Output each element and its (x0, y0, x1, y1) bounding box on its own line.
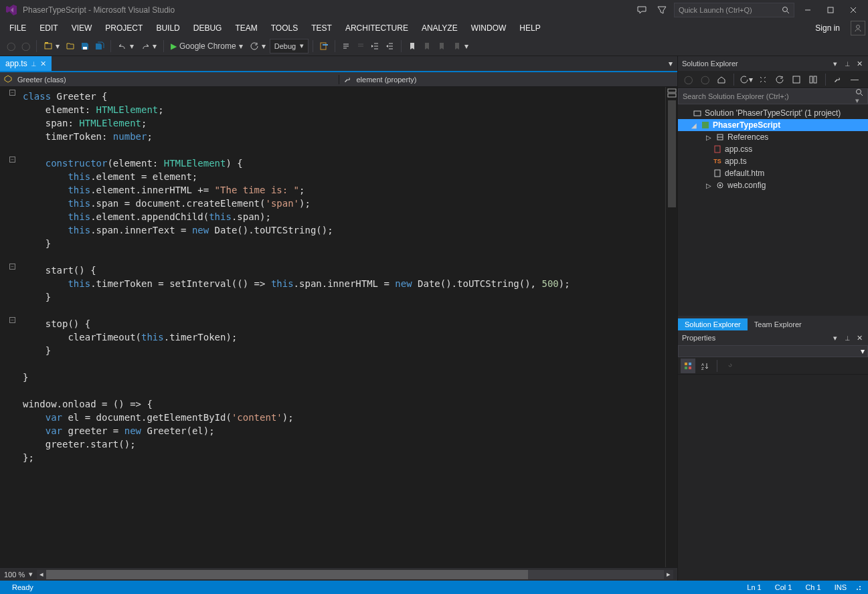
panel-menu-icon[interactable]: ▾ (831, 59, 840, 68)
tree-item-label: References (727, 132, 768, 142)
editor-tabstrip: app.ts ⟂ ✕ ▾ (0, 56, 677, 72)
undo-button[interactable]: ▾ (115, 39, 137, 54)
menu-debug[interactable]: DEBUG (187, 20, 229, 36)
fold-marker[interactable]: − (9, 264, 15, 270)
scroll-left-icon[interactable]: ◂ (37, 570, 46, 579)
tree-file-defaulthtm[interactable]: default.htm (678, 167, 868, 179)
expand-icon[interactable]: ▷ (705, 134, 713, 141)
alphabetical-button[interactable]: AZ (697, 359, 712, 373)
tree-references-node[interactable]: ▷ References (678, 131, 868, 143)
close-tab-icon[interactable]: ✕ (40, 60, 46, 68)
redo-button[interactable]: ▾ (138, 39, 159, 54)
open-file-button[interactable] (64, 39, 77, 54)
clear-bookmarks-button[interactable]: ▾ (450, 39, 471, 54)
feedback-icon[interactable] (634, 2, 650, 18)
fold-marker[interactable]: − (9, 157, 15, 163)
menu-project[interactable]: PROJECT (98, 20, 149, 36)
se-forward-button[interactable]: ◯ (697, 72, 712, 87)
menu-help[interactable]: HELP (513, 20, 547, 36)
maximize-button[interactable] (821, 3, 840, 17)
tab-solution-explorer[interactable]: Solution Explorer (678, 318, 748, 330)
close-button[interactable] (844, 3, 863, 17)
menu-test[interactable]: TEST (305, 20, 339, 36)
solution-search-input[interactable]: Search Solution Explorer (Ctrl+;) ▾ (678, 88, 868, 104)
menu-architecture[interactable]: ARCHITECTURE (339, 20, 415, 36)
menu-edit[interactable]: EDIT (33, 20, 64, 36)
save-all-button[interactable] (93, 39, 106, 54)
pin-icon[interactable]: ⟂ (31, 60, 36, 68)
pin-panel-icon[interactable]: ⟂ (843, 333, 852, 342)
new-project-button[interactable]: ▾ (41, 39, 62, 54)
quick-launch-input[interactable]: Quick Launch (Ctrl+Q) (674, 3, 794, 17)
tree-solution-node[interactable]: Solution 'PhaserTypeScript' (1 project) (678, 107, 868, 119)
menu-window[interactable]: WINDOW (464, 20, 513, 36)
tree-file-webconfig[interactable]: ▷ web.config (678, 179, 868, 191)
tree-project-node[interactable]: ◢ PhaserTypeScript (678, 119, 868, 131)
scroll-right-icon[interactable]: ▸ (664, 570, 673, 579)
editor-tab-appts[interactable]: app.ts ⟂ ✕ (0, 56, 52, 71)
close-panel-icon[interactable]: ✕ (855, 333, 864, 342)
menu-tools[interactable]: TOOLS (264, 20, 305, 36)
property-pages-button[interactable] (722, 359, 737, 373)
indent-button[interactable] (369, 39, 382, 54)
save-button[interactable] (78, 39, 92, 54)
split-editor-icon[interactable] (667, 88, 677, 98)
scrollbar-thumb[interactable] (668, 100, 676, 207)
next-bookmark-button[interactable] (435, 39, 448, 54)
zoom-dropdown-icon[interactable]: ▾ (29, 570, 33, 579)
nav-member-dropdown[interactable]: element (property) (339, 75, 678, 84)
properties-object-dropdown[interactable]: ▾ (678, 345, 868, 357)
uncomment-button[interactable] (354, 39, 367, 54)
se-collapse-button[interactable] (772, 72, 787, 87)
pin-panel-icon[interactable]: ⟂ (843, 59, 852, 68)
menu-team[interactable]: TEAM (228, 20, 264, 36)
prev-bookmark-button[interactable] (420, 39, 434, 54)
notifications-filter-icon[interactable] (654, 2, 670, 18)
comment-button[interactable] (339, 39, 353, 54)
se-showall-button[interactable] (789, 72, 804, 87)
editor-body[interactable]: − − − − class Greeter { element: HTMLEle… (0, 87, 677, 567)
sign-in-link[interactable]: Sign in (808, 23, 847, 33)
fold-gutter[interactable]: − − − − (0, 87, 19, 567)
nav-back-button[interactable]: ◯ (4, 39, 17, 54)
fold-marker[interactable]: − (9, 90, 15, 96)
menu-file[interactable]: FILE (3, 20, 33, 36)
solution-tree[interactable]: Solution 'PhaserTypeScript' (1 project) … (678, 104, 868, 316)
find-in-files-button[interactable] (317, 39, 331, 54)
zoom-level[interactable]: 100 % (4, 571, 25, 579)
se-home-button[interactable] (714, 72, 729, 87)
hscroll-thumb[interactable] (46, 570, 528, 579)
tree-file-appts[interactable]: TS app.ts (678, 155, 868, 167)
close-panel-icon[interactable]: ✕ (855, 59, 864, 68)
menu-analyze[interactable]: ANALYZE (415, 20, 464, 36)
vertical-scrollbar[interactable] (668, 100, 676, 561)
config-dropdown[interactable]: Debug▾ (270, 39, 309, 54)
se-properties-button[interactable] (831, 72, 845, 87)
nav-forward-button[interactable]: ◯ (19, 39, 32, 54)
nav-scope-dropdown[interactable]: Greeter (class) (0, 75, 339, 84)
tree-file-appcss[interactable]: app.css (678, 143, 868, 155)
browser-refresh-button[interactable]: ▾ (247, 39, 268, 54)
fold-marker[interactable]: − (9, 317, 15, 323)
panel-menu-icon[interactable]: ▾ (831, 333, 840, 342)
se-more-button[interactable]: — (847, 72, 862, 87)
minimize-button[interactable] (798, 3, 817, 17)
code-area[interactable]: class Greeter { element: HTMLElement; sp… (19, 87, 665, 567)
collapse-icon[interactable]: ◢ (690, 122, 698, 129)
outdent-button[interactable] (383, 39, 397, 54)
categorized-button[interactable] (681, 359, 695, 373)
user-avatar-icon[interactable] (851, 21, 865, 35)
horizontal-scrollbar[interactable]: ◂ ▸ (37, 570, 673, 579)
bookmark-button[interactable] (406, 39, 419, 54)
se-preview-button[interactable] (806, 72, 820, 87)
tab-team-explorer[interactable]: Team Explorer (748, 318, 808, 330)
menu-build[interactable]: BUILD (149, 20, 186, 36)
menu-view[interactable]: VIEW (65, 20, 99, 36)
tab-overflow-button[interactable]: ▾ (664, 56, 677, 71)
se-back-button[interactable]: ◯ (681, 72, 695, 87)
start-debug-button[interactable]: ▶Google Chrome ▾ (168, 39, 246, 54)
expand-icon[interactable]: ▷ (705, 182, 713, 189)
resize-grip-icon[interactable] (853, 583, 863, 592)
se-refresh-button[interactable] (756, 72, 770, 87)
se-sync-button[interactable]: ▾ (739, 72, 754, 87)
